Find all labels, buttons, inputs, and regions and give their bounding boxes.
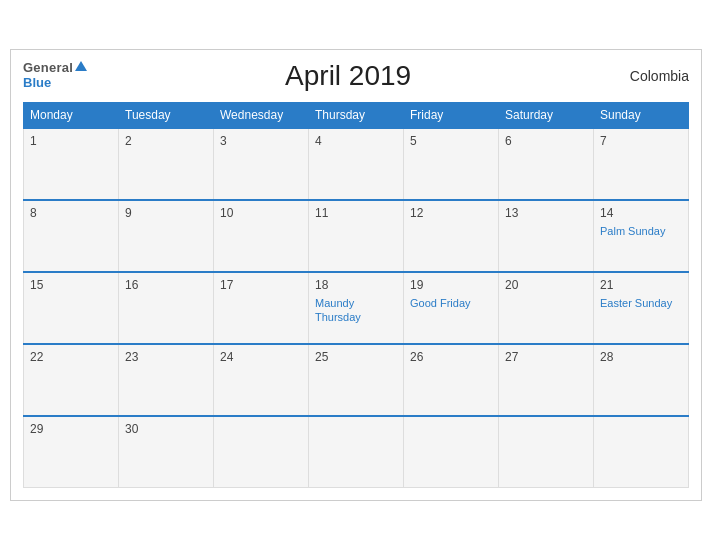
day-number: 24: [220, 350, 302, 364]
day-number: 20: [505, 278, 587, 292]
day-number: 12: [410, 206, 492, 220]
calendar-cell: 26: [404, 344, 499, 416]
calendar-cell: 17: [214, 272, 309, 344]
day-number: 7: [600, 134, 682, 148]
day-number: 25: [315, 350, 397, 364]
day-number: 28: [600, 350, 682, 364]
logo-blue-text: Blue: [23, 76, 87, 90]
calendar-cell: 30: [119, 416, 214, 488]
calendar-cell: 7: [594, 128, 689, 200]
day-number: 17: [220, 278, 302, 292]
calendar-cell: 18Maundy Thursday: [309, 272, 404, 344]
weekday-header-friday: Friday: [404, 102, 499, 128]
calendar-country: Colombia: [609, 68, 689, 84]
calendar-cell: 10: [214, 200, 309, 272]
day-number: 10: [220, 206, 302, 220]
day-number: 4: [315, 134, 397, 148]
day-number: 30: [125, 422, 207, 436]
holiday-label: Maundy Thursday: [315, 296, 397, 325]
holiday-label: Palm Sunday: [600, 224, 682, 238]
calendar-cell: 22: [24, 344, 119, 416]
calendar-container: General Blue April 2019 Colombia MondayT…: [10, 49, 702, 502]
calendar-cell: 14Palm Sunday: [594, 200, 689, 272]
day-number: 14: [600, 206, 682, 220]
calendar-cell: [499, 416, 594, 488]
calendar-cell: 9: [119, 200, 214, 272]
calendar-cell: 21Easter Sunday: [594, 272, 689, 344]
weekday-header-row: MondayTuesdayWednesdayThursdayFridaySatu…: [24, 102, 689, 128]
week-row-2: 891011121314Palm Sunday: [24, 200, 689, 272]
weekday-header-tuesday: Tuesday: [119, 102, 214, 128]
week-row-4: 22232425262728: [24, 344, 689, 416]
logo-triangle-icon: [75, 61, 87, 71]
weekday-header-sunday: Sunday: [594, 102, 689, 128]
calendar-cell: 8: [24, 200, 119, 272]
day-number: 27: [505, 350, 587, 364]
calendar-cell: 19Good Friday: [404, 272, 499, 344]
holiday-label: Easter Sunday: [600, 296, 682, 310]
day-number: 21: [600, 278, 682, 292]
calendar-cell: 15: [24, 272, 119, 344]
calendar-cell: 16: [119, 272, 214, 344]
day-number: 6: [505, 134, 587, 148]
calendar-cell: 2: [119, 128, 214, 200]
day-number: 2: [125, 134, 207, 148]
day-number: 19: [410, 278, 492, 292]
day-number: 23: [125, 350, 207, 364]
day-number: 13: [505, 206, 587, 220]
calendar-cell: 28: [594, 344, 689, 416]
day-number: 8: [30, 206, 112, 220]
logo-general-text: General: [23, 61, 73, 75]
calendar-grid: MondayTuesdayWednesdayThursdayFridaySatu…: [23, 102, 689, 489]
day-number: 29: [30, 422, 112, 436]
calendar-cell: 6: [499, 128, 594, 200]
day-number: 16: [125, 278, 207, 292]
day-number: 9: [125, 206, 207, 220]
day-number: 26: [410, 350, 492, 364]
calendar-cell: [594, 416, 689, 488]
logo: General Blue: [23, 61, 87, 90]
calendar-cell: 1: [24, 128, 119, 200]
day-number: 5: [410, 134, 492, 148]
calendar-cell: [309, 416, 404, 488]
week-row-1: 1234567: [24, 128, 689, 200]
calendar-cell: 11: [309, 200, 404, 272]
calendar-cell: 25: [309, 344, 404, 416]
calendar-cell: 5: [404, 128, 499, 200]
calendar-cell: 4: [309, 128, 404, 200]
calendar-cell: 13: [499, 200, 594, 272]
calendar-header: General Blue April 2019 Colombia: [23, 60, 689, 92]
weekday-header-thursday: Thursday: [309, 102, 404, 128]
calendar-title: April 2019: [87, 60, 609, 92]
day-number: 18: [315, 278, 397, 292]
day-number: 22: [30, 350, 112, 364]
weekday-header-wednesday: Wednesday: [214, 102, 309, 128]
day-number: 11: [315, 206, 397, 220]
day-number: 1: [30, 134, 112, 148]
calendar-cell: 12: [404, 200, 499, 272]
calendar-cell: [214, 416, 309, 488]
weekday-header-saturday: Saturday: [499, 102, 594, 128]
calendar-cell: [404, 416, 499, 488]
calendar-cell: 23: [119, 344, 214, 416]
calendar-cell: 24: [214, 344, 309, 416]
holiday-label: Good Friday: [410, 296, 492, 310]
week-row-3: 15161718Maundy Thursday19Good Friday2021…: [24, 272, 689, 344]
day-number: 3: [220, 134, 302, 148]
calendar-cell: 29: [24, 416, 119, 488]
calendar-cell: 3: [214, 128, 309, 200]
week-row-5: 2930: [24, 416, 689, 488]
calendar-cell: 27: [499, 344, 594, 416]
calendar-cell: 20: [499, 272, 594, 344]
weekday-header-monday: Monday: [24, 102, 119, 128]
day-number: 15: [30, 278, 112, 292]
